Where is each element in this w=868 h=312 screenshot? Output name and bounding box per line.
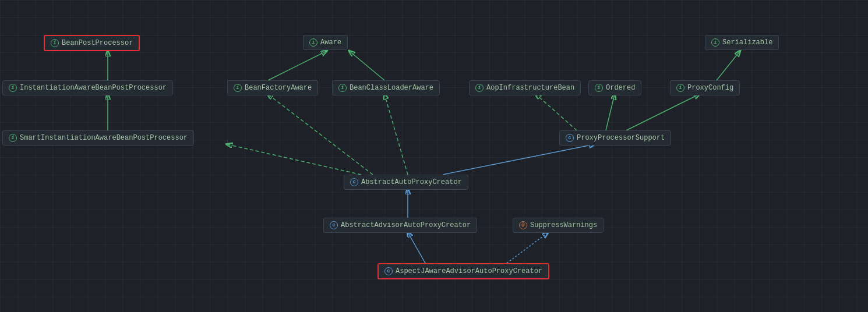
node-label: AbstractAutoProxyCreator <box>361 178 462 186</box>
svg-line-9 <box>227 144 361 175</box>
interface-icon: i <box>309 38 317 47</box>
svg-line-8 <box>443 144 594 175</box>
node-BeanPostProcessor[interactable]: i BeanPostProcessor <box>44 35 140 51</box>
node-label: ProxyConfig <box>687 84 733 92</box>
node-label: SmartInstantiationAwareBeanPostProcessor <box>20 134 188 142</box>
svg-line-10 <box>268 94 373 175</box>
interface-icon: i <box>711 38 719 47</box>
interface-icon: i <box>9 84 17 92</box>
svg-line-14 <box>507 233 548 263</box>
node-AspectJAwareAdvisorAutoProxyCreator[interactable]: c AspectJAwareAdvisorAutoProxyCreator <box>377 263 549 279</box>
node-label: AopInfrastructureBean <box>486 84 574 92</box>
node-BeanClassLoaderAware[interactable]: i BeanClassLoaderAware <box>332 80 440 95</box>
node-InstantiationAwareBeanPostProcessor[interactable]: i InstantiationAwareBeanPostProcessor <box>2 80 173 95</box>
node-label: ProxyProcessorSupport <box>577 134 665 142</box>
node-label: Serializable <box>722 38 772 47</box>
node-BeanFactoryAware[interactable]: i BeanFactoryAware <box>227 80 318 95</box>
node-label: BeanClassLoaderAware <box>350 84 433 92</box>
node-Aware[interactable]: i Aware <box>303 35 348 50</box>
interface-icon: i <box>9 134 17 142</box>
interface-icon: i <box>475 84 484 92</box>
node-label: Aware <box>320 38 341 47</box>
node-AopInfrastructureBean[interactable]: i AopInfrastructureBean <box>469 80 581 95</box>
node-label: BeanPostProcessor <box>62 39 133 47</box>
node-SmartInstantiationAwareBeanPostProcessor[interactable]: i SmartInstantiationAwareBeanPostProcess… <box>2 130 194 146</box>
class-icon: c <box>566 134 574 142</box>
interface-icon: i <box>338 84 347 92</box>
node-label: AspectJAwareAdvisorAutoProxyCreator <box>396 267 542 275</box>
interface-icon: i <box>234 84 242 92</box>
node-label: Ordered <box>606 84 635 92</box>
svg-line-11 <box>384 94 408 175</box>
diagram-canvas: i BeanPostProcessor i Aware i Serializab… <box>0 0 868 312</box>
class-icon: c <box>330 221 338 229</box>
node-label: AbstractAdvisorAutoProxyCreator <box>341 221 471 229</box>
svg-line-6 <box>606 94 615 130</box>
node-AbstractAdvisorAutoProxyCreator[interactable]: c AbstractAdvisorAutoProxyCreator <box>323 218 477 233</box>
svg-line-3 <box>350 51 384 80</box>
node-AbstractAutoProxyCreator[interactable]: c AbstractAutoProxyCreator <box>344 175 468 190</box>
node-label: InstantiationAwareBeanPostProcessor <box>20 84 167 92</box>
node-ProxyProcessorSupport[interactable]: c ProxyProcessorSupport <box>559 130 671 146</box>
svg-line-2 <box>268 51 326 80</box>
interface-icon: i <box>51 39 59 47</box>
annotation-icon: @ <box>519 221 527 229</box>
svg-line-5 <box>626 94 699 130</box>
class-icon: c <box>384 267 393 275</box>
node-SuppressWarnings[interactable]: @ SuppressWarnings <box>513 218 604 233</box>
svg-line-4 <box>717 51 740 80</box>
node-ProxyConfig[interactable]: i ProxyConfig <box>670 80 740 95</box>
interface-icon: i <box>595 84 603 92</box>
node-Ordered[interactable]: i Ordered <box>588 80 641 95</box>
svg-line-13 <box>408 232 425 263</box>
svg-line-7 <box>536 94 577 130</box>
class-icon: c <box>350 178 358 186</box>
node-Serializable[interactable]: i Serializable <box>705 35 779 50</box>
node-label: SuppressWarnings <box>530 221 597 229</box>
node-label: BeanFactoryAware <box>245 84 312 92</box>
interface-icon: i <box>676 84 684 92</box>
